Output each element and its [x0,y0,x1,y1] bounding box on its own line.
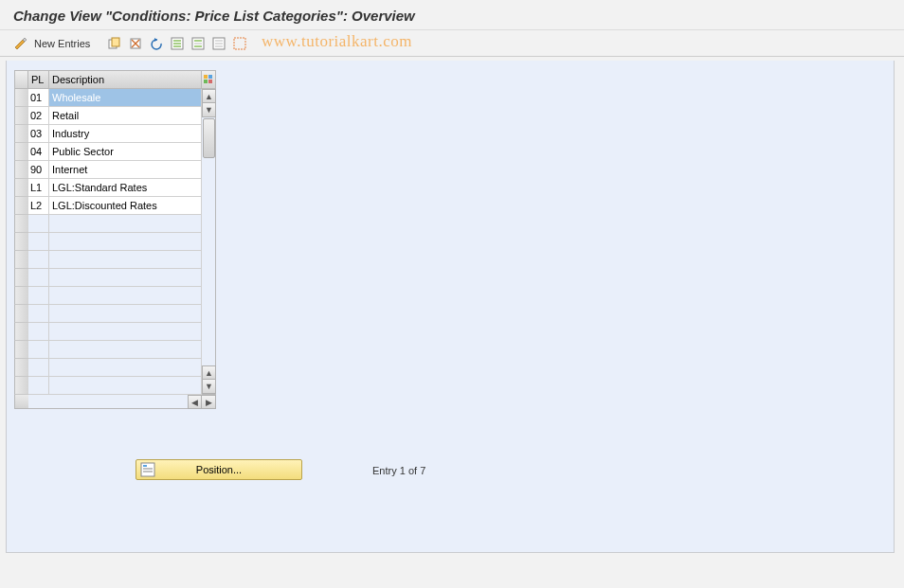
svg-rect-1 [112,38,119,46]
table-row[interactable]: 90Internet [14,161,202,179]
cell-description-empty[interactable] [49,341,202,359]
svg-rect-6 [173,45,181,47]
cell-description-empty[interactable] [49,269,202,287]
position-button-label: Position... [196,464,242,475]
cell-pl-empty[interactable] [28,287,49,305]
row-selector[interactable] [14,341,28,359]
hscroll-track[interactable] [28,395,188,409]
svg-rect-14 [215,45,223,47]
configuration-button[interactable] [230,34,249,53]
scroll-down-button[interactable]: ▼ [202,103,216,117]
cell-pl[interactable]: L1 [28,179,49,197]
cell-pl-empty[interactable] [28,251,49,269]
cell-pl-empty[interactable] [28,233,49,251]
svg-rect-16 [204,75,208,79]
cell-pl[interactable]: 02 [28,107,49,125]
scroll-thumb[interactable] [203,118,215,158]
scroll-up-button[interactable]: ▲ [202,89,216,103]
new-entries-button[interactable]: New Entries [32,38,98,49]
select-all-button[interactable] [168,34,187,53]
select-block-button[interactable] [189,34,208,53]
table-row[interactable]: 03Industry [14,125,202,143]
grid-corner[interactable] [14,70,28,89]
hscroll-corner [14,395,28,409]
row-selector[interactable] [14,143,28,161]
table-row-empty [14,323,202,341]
row-selector[interactable] [14,179,28,197]
row-selector[interactable] [14,269,28,287]
cell-pl-empty[interactable] [28,359,49,377]
scroll-right-button[interactable]: ▶ [202,395,216,409]
cell-description-empty[interactable] [49,359,202,377]
row-selector[interactable] [14,89,28,107]
cell-pl-empty[interactable] [28,341,49,359]
row-selector[interactable] [14,233,28,251]
cell-pl[interactable]: L2 [28,197,49,215]
scroll-left-button[interactable]: ◀ [188,395,202,409]
table-row[interactable]: L1LGL:Standard Rates [14,179,202,197]
row-selector[interactable] [14,161,28,179]
cell-description[interactable]: Retail [49,107,202,125]
cell-pl-empty[interactable] [28,305,49,323]
cell-description[interactable]: Public Sector [49,143,202,161]
cell-pl-empty[interactable] [28,215,49,233]
table-row[interactable]: L2LGL:Discounted Rates [14,197,202,215]
vertical-scrollbar[interactable]: ▲ ▼ ▲ ▼ [202,89,216,395]
copy-as-button[interactable] [105,34,124,53]
cell-description[interactable]: Industry [49,125,202,143]
svg-rect-12 [215,40,223,42]
table-row[interactable]: 02Retail [14,107,202,125]
table-row-empty [14,251,202,269]
cell-description-empty[interactable] [49,305,202,323]
scroll-up-end-button[interactable]: ▲ [202,365,216,380]
cell-description[interactable]: LGL:Discounted Rates [49,197,202,215]
row-selector[interactable] [14,107,28,125]
row-selector[interactable] [14,377,28,395]
toggle-display-change-button[interactable] [11,34,30,53]
cell-description-empty[interactable] [49,377,202,395]
cell-pl-empty[interactable] [28,377,49,395]
row-selector[interactable] [14,323,28,341]
grid-configure-button[interactable] [202,70,216,89]
row-selector[interactable] [14,125,28,143]
cell-description-empty[interactable] [49,323,202,341]
row-selector[interactable] [14,251,28,269]
cell-description-empty[interactable] [49,215,202,233]
table-row-empty [14,269,202,287]
cell-description-empty[interactable] [49,233,202,251]
toolbar: New Entries www.tutorialkart.com [0,30,904,57]
scroll-down-end-button[interactable]: ▼ [202,380,216,394]
column-header-description[interactable]: Description [49,70,202,89]
cell-description[interactable]: LGL:Standard Rates [49,179,202,197]
cell-pl[interactable]: 01 [28,89,49,107]
row-selector[interactable] [14,305,28,323]
deselect-all-button[interactable] [209,34,228,53]
horizontal-scrollbar[interactable]: ◀ ▶ [14,395,216,409]
row-selector[interactable] [14,287,28,305]
row-selector[interactable] [14,359,28,377]
row-selector[interactable] [14,197,28,215]
cell-pl[interactable]: 04 [28,143,49,161]
scroll-track[interactable] [202,117,215,365]
table-row[interactable]: 04Public Sector [14,143,202,161]
cell-pl[interactable]: 03 [28,125,49,143]
column-header-pl[interactable]: PL [28,70,49,89]
undo-change-button[interactable] [147,34,166,53]
position-button[interactable]: Position... [136,459,302,480]
cell-pl-empty[interactable] [28,323,49,341]
grid-rows: 01Wholesale02Retail03Industry04Public Se… [14,89,202,395]
cell-description[interactable]: Internet [49,161,202,179]
entry-status-text: Entry 1 of 7 [372,465,425,476]
svg-rect-22 [143,468,153,470]
delete-button[interactable] [126,34,145,53]
cell-description[interactable]: Wholesale [49,89,202,107]
cell-description-empty[interactable] [49,251,202,269]
table-row-empty [14,305,202,323]
cell-pl-empty[interactable] [28,269,49,287]
grid-header-row: PL Description [14,70,216,89]
table-row[interactable]: 01Wholesale [14,89,202,107]
cell-description-empty[interactable] [49,287,202,305]
cell-pl[interactable]: 90 [28,161,49,179]
svg-rect-23 [143,471,153,472]
row-selector[interactable] [14,215,28,233]
